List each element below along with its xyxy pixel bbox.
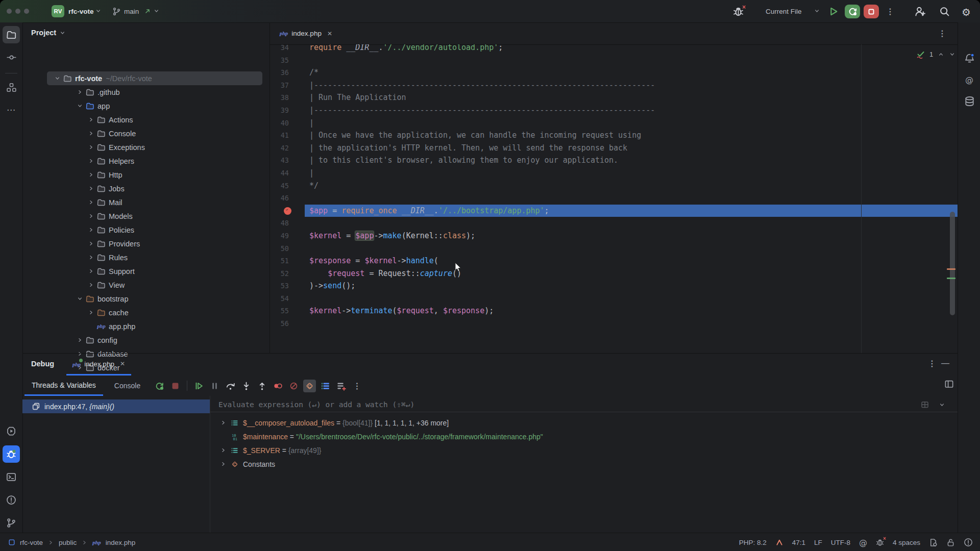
php-version-widget[interactable]: PHP: 8.2 xyxy=(739,539,767,546)
code-line-42[interactable]: | the application's HTTP kernel. Then, w… xyxy=(305,142,958,155)
notifications-icon[interactable] xyxy=(961,49,978,67)
commit-icon[interactable] xyxy=(3,48,20,66)
branch-widget[interactable]: main xyxy=(124,0,139,22)
tree-item-exceptions[interactable]: Exceptions xyxy=(47,140,262,154)
chevron-right-icon[interactable] xyxy=(87,157,95,165)
more-icon[interactable]: ⋯ xyxy=(3,101,20,118)
step-into-icon[interactable] xyxy=(240,380,253,392)
code-line-34[interactable]: require __DIR__.'/../vendor/autoload.php… xyxy=(305,44,958,54)
chevron-right-icon[interactable] xyxy=(76,336,84,344)
stack-frame-row[interactable]: index.php:47, {main}() xyxy=(22,399,210,413)
gutter-line-46[interactable]: 46 xyxy=(270,192,305,205)
gutter-line-42[interactable]: 42 xyxy=(270,142,305,155)
tree-item--github[interactable]: .github xyxy=(47,85,262,99)
gutter-line-50[interactable]: 50 xyxy=(270,242,305,255)
tree-item-actions[interactable]: Actions xyxy=(47,113,262,127)
step-over-icon[interactable] xyxy=(224,380,237,392)
tab-threads-variables[interactable]: Threads & Variables xyxy=(24,375,103,396)
chevron-right-icon[interactable] xyxy=(219,419,227,426)
gutter-line-54[interactable]: 54 xyxy=(270,292,305,305)
tree-item-helpers[interactable]: Helpers xyxy=(47,154,262,168)
code-line-48[interactable] xyxy=(305,217,958,230)
tree-item-models[interactable]: Models xyxy=(47,209,262,223)
code-line-41[interactable]: | Once we have the application, we can h… xyxy=(305,129,958,142)
close-icon[interactable]: ✕ xyxy=(120,360,125,367)
editor-code[interactable]: require __DIR__.'/../vendor/autoload.php… xyxy=(305,44,958,330)
gutter-line-44[interactable]: 44 xyxy=(270,167,305,180)
tree-item-view[interactable]: View xyxy=(47,278,262,292)
gutter-line-52[interactable]: 52 xyxy=(270,267,305,280)
code-line-46[interactable] xyxy=(305,192,958,205)
ai-assistant-icon[interactable]: @ xyxy=(961,71,978,88)
chevron-right-icon[interactable] xyxy=(87,130,95,137)
project-folder-icon[interactable] xyxy=(3,26,20,43)
gutter-line-47[interactable] xyxy=(270,205,305,217)
window-minimize-button[interactable] xyxy=(15,9,20,14)
no-debug-bug-icon[interactable]: × xyxy=(876,538,884,546)
chevron-up-icon[interactable] xyxy=(938,51,944,58)
breadcrumb-index-php[interactable]: index.php xyxy=(106,539,136,546)
project-widget[interactable]: rfc-vote xyxy=(68,0,94,22)
code-line-52[interactable]: $request = Request::capture() xyxy=(305,267,958,280)
gutter-line-37[interactable]: 37 xyxy=(270,79,305,92)
tab-console[interactable]: Console xyxy=(107,375,148,396)
window-zoom-button[interactable] xyxy=(24,9,29,14)
encoding-widget[interactable]: UTF-8 xyxy=(831,539,850,546)
tree-item-app[interactable]: app xyxy=(47,99,262,113)
debug-options-icon[interactable]: ⋮ xyxy=(928,359,936,368)
code-line-53[interactable]: )->send(); xyxy=(305,280,958,292)
run-configuration-select[interactable]: Current File xyxy=(766,0,802,22)
code-line-56[interactable] xyxy=(305,317,958,330)
gutter-line-53[interactable]: 53 xyxy=(270,280,305,292)
gutter-line-56[interactable]: 56 xyxy=(270,317,305,330)
breakpoint-icon[interactable] xyxy=(284,207,291,215)
gutter-line-49[interactable]: 49 xyxy=(270,230,305,242)
variable-row-constants[interactable]: CConstants xyxy=(210,457,958,471)
chevron-right-icon[interactable] xyxy=(87,171,95,179)
gutter-line-41[interactable]: 41 xyxy=(270,129,305,142)
caret-position-widget[interactable]: 47:1 xyxy=(792,539,805,546)
threads-view-icon[interactable] xyxy=(319,380,332,392)
chevron-down-icon[interactable] xyxy=(949,51,955,58)
chevron-down-icon[interactable] xyxy=(76,102,84,110)
rerun-debug-icon[interactable] xyxy=(153,380,166,392)
line-separator-widget[interactable]: LF xyxy=(814,539,822,546)
code-line-51[interactable]: $response = $kernel->handle( xyxy=(305,255,958,267)
code-line-37[interactable]: |---------------------------------------… xyxy=(305,79,958,92)
chevron-right-icon[interactable] xyxy=(87,254,95,261)
chevron-right-icon[interactable] xyxy=(87,143,95,151)
code-line-39[interactable]: |---------------------------------------… xyxy=(305,104,958,117)
tree-item-mail[interactable]: Mail xyxy=(47,195,262,209)
structure-icon[interactable] xyxy=(3,79,20,96)
debugger-bug-icon[interactable]: × xyxy=(733,6,744,17)
pause-icon[interactable] xyxy=(208,380,221,392)
editor-tab-indexphp[interactable]: php index.php ✕ xyxy=(274,22,338,44)
code-line-55[interactable]: $kernel->terminate($request, $response); xyxy=(305,305,958,317)
gutter-line-51[interactable]: 51 xyxy=(270,255,305,267)
code-line-36[interactable]: /* xyxy=(305,66,958,79)
add-user-icon[interactable] xyxy=(915,6,925,17)
tree-item-cache[interactable]: cache xyxy=(47,306,262,319)
debug-panel-title[interactable]: Debug xyxy=(31,360,54,368)
chevron-right-icon[interactable] xyxy=(87,212,95,220)
chevron-right-icon[interactable] xyxy=(87,281,95,289)
gutter-line-43[interactable]: 43 xyxy=(270,154,305,167)
gutter-line-35[interactable]: 35 xyxy=(270,54,305,67)
gutter-line-45[interactable]: 45 xyxy=(270,180,305,192)
more-icon[interactable]: ⋮ xyxy=(351,380,363,392)
editor-scrollbar[interactable] xyxy=(950,212,955,315)
code-line-38[interactable]: | Run The Application xyxy=(305,91,958,104)
run-button[interactable] xyxy=(828,6,839,17)
mute-breakpoints-icon[interactable] xyxy=(287,380,300,392)
chevron-down-icon[interactable] xyxy=(76,295,84,303)
code-line-35[interactable] xyxy=(305,54,958,67)
gutter-line-40[interactable]: 40 xyxy=(270,117,305,130)
tree-item-config[interactable]: config xyxy=(47,333,262,347)
gutter-line-38[interactable]: 38 xyxy=(270,91,305,104)
chevron-right-icon[interactable] xyxy=(87,309,95,316)
tree-item-rfc-vote[interactable]: rfc-vote~/Dev/rfc-vote xyxy=(47,71,262,85)
code-line-43[interactable]: | to this client's browser, allowing the… xyxy=(305,154,958,167)
project-panel-title[interactable]: Project xyxy=(31,29,56,37)
code-line-54[interactable] xyxy=(305,292,958,305)
chevron-right-icon[interactable] xyxy=(219,461,227,467)
